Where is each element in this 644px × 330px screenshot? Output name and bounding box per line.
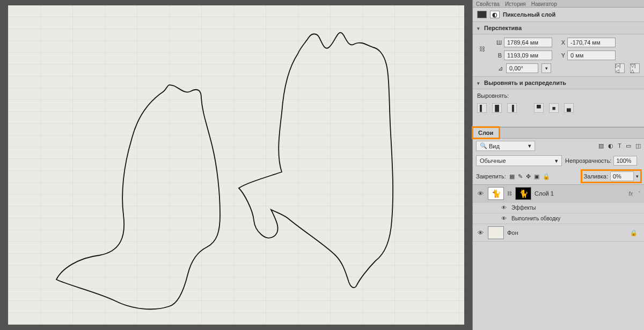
layer-row-background[interactable]: 👁 Фон 🔒: [473, 224, 644, 242]
y-label: Y: [554, 52, 565, 59]
tab-history[interactable]: История: [505, 1, 526, 7]
fill-opacity-group: Заливка: 0% ▾: [582, 170, 641, 182]
width-field[interactable]: 1789,64 мм: [504, 38, 552, 47]
fill-label: Заливка:: [584, 173, 608, 180]
opacity-field[interactable]: 100%: [613, 156, 637, 166]
mask-icon: ◐: [490, 11, 500, 18]
layer-filter-row: 🔍 Вид ▾ ▧ ◐ T ▭ ◫: [473, 139, 644, 153]
blend-mode-value: Обычные: [480, 157, 506, 164]
tab-layers[interactable]: Слои: [473, 127, 499, 138]
lock-fill-row: Закрепить: ▦ ✎ ✥ ▣ 🔒 Заливка: 0% ▾: [473, 168, 644, 184]
filter-type-icon[interactable]: T: [618, 142, 621, 149]
artwork-outlines: [8, 5, 464, 325]
background-thumb[interactable]: [488, 226, 504, 239]
align-buttons-row: ▌ ▐▌ ▐ ▀ ■ ▄: [473, 100, 644, 116]
blend-opacity-row: Обычные ▾ Непрозрачность: 100%: [473, 153, 644, 168]
height-field[interactable]: 1193,09 мм: [504, 51, 552, 60]
link-icon: ⛓: [507, 191, 512, 196]
background-name[interactable]: Фон: [507, 229, 627, 236]
chevron-down-icon[interactable]: ▾: [636, 174, 639, 179]
search-icon: 🔍: [480, 142, 487, 149]
chevron-down-icon: [477, 25, 481, 31]
chevron-down-icon: ▾: [528, 142, 531, 149]
layer1-mask-thumb[interactable]: 🐈: [515, 187, 531, 200]
tab-navigator[interactable]: Навигатор: [531, 1, 557, 7]
align-title: Выровнять и распределить: [484, 80, 566, 86]
chevron-down-icon: [477, 80, 481, 86]
filter-adjust-icon[interactable]: ◐: [608, 142, 613, 149]
tab-properties[interactable]: Свойства: [476, 1, 500, 7]
perspective-title: Перспектива: [484, 25, 522, 31]
width-label: Ш: [489, 39, 502, 46]
lock-icon[interactable]: 🔒: [630, 229, 638, 236]
y-field[interactable]: 0 мм: [567, 51, 616, 60]
angle-field[interactable]: 0,00°: [506, 63, 538, 73]
opacity-label: Непрозрачность:: [565, 157, 611, 164]
align-section-head[interactable]: Выровнять и распределить: [473, 76, 644, 89]
x-label: X: [554, 39, 565, 46]
fill-field[interactable]: 0%: [610, 171, 634, 181]
sublayer-effects[interactable]: 👁 Эффекты: [473, 203, 644, 213]
lock-label: Закрепить:: [476, 173, 506, 180]
visibility-toggle-icon[interactable]: 👁: [476, 190, 485, 197]
align-center-v-icon[interactable]: ■: [549, 103, 559, 113]
align-center-h-icon[interactable]: ▐▌: [492, 103, 502, 113]
filter-smart-icon[interactable]: ◫: [635, 142, 641, 149]
pixel-layer-icon: [477, 11, 487, 18]
link-wh-icon[interactable]: ⛓: [477, 46, 487, 52]
align-top-icon[interactable]: ▀: [534, 103, 544, 113]
layer1-thumb[interactable]: 🐈: [488, 187, 504, 200]
visibility-toggle-icon[interactable]: 👁: [500, 205, 508, 211]
flip-vertical-icon[interactable]: ▽|△: [630, 63, 640, 73]
height-label: В: [489, 52, 502, 59]
fx-badge[interactable]: fx: [628, 191, 633, 197]
filter-shape-icon[interactable]: ▭: [626, 142, 631, 149]
effects-label: Эффекты: [511, 205, 536, 211]
lock-paint-icon[interactable]: ✎: [518, 173, 523, 180]
align-sublabel: Выровнять:: [477, 92, 509, 99]
align-right-icon[interactable]: ▐: [507, 103, 517, 113]
perspective-section-head[interactable]: Перспектива: [473, 21, 644, 34]
x-field[interactable]: -170,74 мм: [567, 38, 616, 47]
lock-artboard-icon[interactable]: ▣: [534, 173, 539, 180]
lock-position-icon[interactable]: ✥: [526, 173, 531, 180]
lock-all-icon[interactable]: 🔒: [543, 173, 550, 180]
document-canvas[interactable]: [8, 5, 464, 325]
right-panel: Свойства История Навигатор ◐ Пиксельный …: [472, 0, 644, 330]
flip-horizontal-icon[interactable]: ▷|◁: [615, 63, 625, 73]
panel-tabs-top: Свойства История Навигатор: [473, 0, 644, 8]
chevron-down-icon: ▾: [555, 157, 558, 164]
angle-dropdown[interactable]: ▾: [541, 63, 551, 73]
visibility-toggle-icon[interactable]: 👁: [476, 229, 485, 236]
blend-mode-select[interactable]: Обычные ▾: [476, 155, 562, 166]
canvas-area: [0, 0, 472, 330]
properties-header: ◐ Пиксельный слой: [473, 8, 644, 21]
visibility-toggle-icon[interactable]: 👁: [500, 216, 508, 221]
perspective-body: ⛓ Ш 1789,64 мм X -170,74 мм В 1193,09 мм…: [473, 34, 644, 76]
filter-image-icon[interactable]: ▧: [598, 142, 604, 149]
stroke-effect-label: Выполнить обводку: [511, 216, 560, 221]
layer1-name[interactable]: Слой 1: [535, 190, 625, 197]
properties-title: Пиксельный слой: [503, 11, 555, 18]
layer-filter-kind[interactable]: 🔍 Вид ▾: [476, 141, 535, 151]
sublayer-stroke[interactable]: 👁 Выполнить обводку: [473, 213, 644, 224]
layer-row-layer1[interactable]: 👁 🐈 ⛓ 🐈 Слой 1 fx ˄: [473, 185, 644, 203]
lock-pixels-icon[interactable]: ▦: [509, 173, 515, 180]
filter-kind-label: Вид: [489, 143, 500, 149]
layer-list: 👁 🐈 ⛓ 🐈 Слой 1 fx ˄ 👁 Эффекты 👁 Выполнит…: [473, 184, 644, 242]
chevron-up-icon[interactable]: ˄: [638, 191, 641, 196]
angle-label: ⊿: [490, 65, 503, 72]
align-bottom-icon[interactable]: ▄: [564, 103, 574, 113]
layers-panel: Слои 🔍 Вид ▾ ▧ ◐ T ▭ ◫ Обычные ▾ Непрозр: [473, 127, 644, 330]
align-left-icon[interactable]: ▌: [477, 103, 487, 113]
